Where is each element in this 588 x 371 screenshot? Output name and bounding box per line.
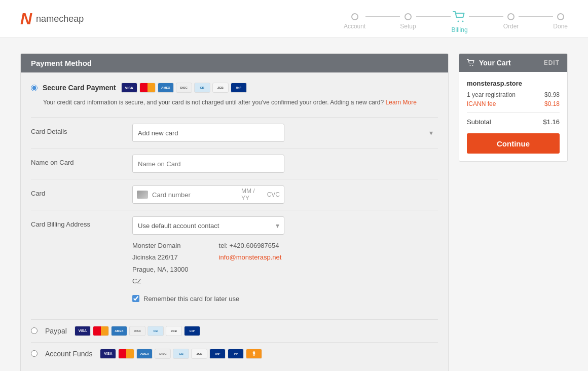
- paypal-visa-icon: VISA: [75, 326, 91, 336]
- step-dot-setup: [405, 13, 412, 20]
- name-on-card-control: [132, 155, 438, 173]
- svg-point-2: [470, 65, 471, 66]
- payment-section: Payment Method Secure Card Payment VISA …: [20, 53, 449, 371]
- step-line-1: [365, 16, 400, 17]
- billing-address-row: Card Billing Address Use default account…: [31, 210, 438, 309]
- expiry-placeholder: MM / YY: [241, 188, 265, 202]
- af-cb-icon: CB: [173, 349, 189, 359]
- secure-card-radio[interactable]: [31, 85, 38, 91]
- cart-divider: [467, 113, 560, 113]
- paypal-radio[interactable]: [31, 327, 38, 334]
- address-block: Monster Domain Jicinska 226/17 Prague, N…: [132, 240, 438, 287]
- name-on-card-input[interactable]: [132, 155, 284, 173]
- secure-card-option: Secure Card Payment VISA MC AMEX DISC CB…: [31, 83, 438, 93]
- account-funds-row: Account Funds VISA MC AMEX DISC CB JCB U…: [31, 342, 438, 365]
- af-amex-icon: AMEX: [136, 349, 153, 359]
- cart-panel: Your Cart EDIT monsterasp.store 1 year r…: [459, 53, 568, 162]
- card-number-input[interactable]: [148, 191, 241, 199]
- step-dot-done: [557, 13, 564, 20]
- billing-address-control: Use default account contact Monster Doma…: [132, 216, 438, 303]
- tel-value: +420.606987654: [230, 242, 279, 249]
- header: N namecheap Account Setup Billing: [0, 0, 588, 38]
- learn-more-link[interactable]: Learn More: [386, 99, 417, 106]
- cart-item-registration: 1 year registration $0.98: [467, 91, 560, 98]
- cart-item2-price: $0.18: [544, 100, 560, 107]
- cart-item1-label: 1 year registration: [467, 91, 516, 98]
- address-name: Monster Domain: [132, 240, 189, 251]
- security-info: Your credit card information is secure, …: [43, 98, 438, 107]
- step-dot-order: [507, 13, 514, 20]
- af-jcb-icon: JCB: [191, 349, 207, 359]
- step-account: Account: [344, 13, 365, 30]
- paypal-amex-icon: AMEX: [111, 326, 127, 336]
- billing-address-select[interactable]: Use default account contact: [132, 216, 284, 235]
- payment-panel: Payment Method Secure Card Payment VISA …: [20, 53, 449, 371]
- cart-header: Your Cart EDIT: [459, 54, 567, 72]
- step-dot-account: [351, 13, 358, 20]
- cart-sidebar: Your Cart EDIT monsterasp.store 1 year r…: [459, 53, 568, 371]
- billing-cart-icon: [451, 10, 469, 25]
- card-meta: MM / YY CVC: [241, 188, 284, 202]
- card-form: Card Details Add new card Name on Card: [31, 117, 438, 309]
- card-number-row: Card MM / YY CVC: [31, 179, 438, 210]
- panel-body: Secure Card Payment VISA MC AMEX DISC CB…: [21, 72, 448, 371]
- af-unp-icon: UnP: [209, 349, 226, 359]
- step-label-done: Done: [553, 23, 568, 30]
- address-right: tel: +420.606987654 info@monsterasp.net: [219, 240, 282, 287]
- step-done: Done: [553, 13, 568, 30]
- address-tel: tel: +420.606987654: [219, 240, 282, 251]
- address-city: Prague, NA, 13000: [132, 264, 189, 275]
- subtotal-price: $1.16: [543, 118, 560, 126]
- discover-icon: DISC: [176, 83, 192, 93]
- logo-text: namecheap: [36, 14, 84, 24]
- address-street: Jicinska 226/17: [132, 251, 189, 263]
- account-funds-label[interactable]: Account Funds: [45, 350, 92, 358]
- paypal-disc-icon: DISC: [129, 326, 145, 336]
- account-funds-radio[interactable]: [31, 350, 38, 357]
- mastercard-icon: MC: [139, 83, 156, 93]
- paypal-row: Paypal VISA MC AMEX DISC CB JCB UnP: [31, 319, 438, 342]
- paypal-label[interactable]: Paypal: [45, 327, 67, 335]
- af-visa-icon: VISA: [100, 349, 116, 359]
- cart-domain: monsterasp.store: [467, 80, 560, 87]
- cart-item2-label: ICANN fee: [467, 100, 496, 107]
- remember-card-checkbox[interactable]: [132, 295, 139, 302]
- secure-card-label[interactable]: Secure Card Payment: [43, 84, 116, 92]
- step-label-setup: Setup: [400, 23, 416, 30]
- progress-steps: Account Setup Billing Order: [344, 5, 568, 33]
- panel-title: Payment Method: [31, 59, 92, 67]
- continue-button[interactable]: Continue: [467, 133, 560, 154]
- card-details-control: Add new card: [132, 124, 438, 142]
- cart-body: monsterasp.store 1 year registration $0.…: [459, 72, 567, 161]
- step-setup: Setup: [400, 13, 416, 30]
- billing-address-label: Card Billing Address: [31, 216, 132, 228]
- af-btc-icon: ₿: [246, 349, 262, 359]
- name-on-card-row: Name on Card: [31, 148, 438, 179]
- remember-card-label[interactable]: Remember this card for later use: [143, 295, 239, 303]
- af-disc-icon: DISC: [155, 349, 171, 359]
- card-number-control: MM / YY CVC: [132, 185, 438, 204]
- main-layout: Payment Method Secure Card Payment VISA …: [0, 38, 588, 371]
- card-details-select[interactable]: Add new card: [132, 124, 284, 142]
- card-icon-7: UnP: [231, 83, 247, 93]
- address-email: info@monsterasp.net: [219, 251, 282, 263]
- cart-item-icann: ICANN fee $0.18: [467, 100, 560, 107]
- cart-header-icon: [467, 59, 475, 66]
- svg-point-3: [472, 65, 473, 66]
- amex-icon: AMEX: [158, 83, 174, 93]
- address-left: Monster Domain Jicinska 226/17 Prague, N…: [132, 240, 189, 287]
- card-input-wrapper: MM / YY CVC: [132, 185, 284, 204]
- cart-edit-button[interactable]: EDIT: [544, 59, 560, 66]
- address-country: CZ: [132, 275, 189, 287]
- subtotal-label: Subtotal: [467, 118, 491, 126]
- card-details-label: Card Details: [31, 124, 132, 135]
- card-icon-6: JCB: [212, 83, 229, 93]
- logo-icon: N: [20, 10, 32, 28]
- card-label: Card: [31, 185, 132, 197]
- cart-title-group: Your Cart: [467, 59, 511, 67]
- tel-label: tel:: [219, 242, 228, 249]
- card-chip-icon: [137, 191, 148, 199]
- paypal-jcb-icon: JCB: [166, 326, 182, 336]
- card-details-row: Card Details Add new card: [31, 117, 438, 148]
- step-line-2: [416, 16, 451, 17]
